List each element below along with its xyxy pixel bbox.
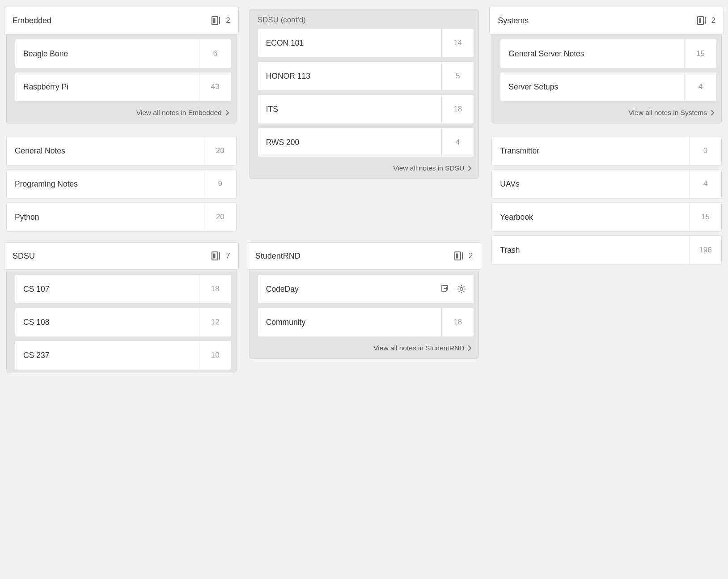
notebook-name: CS 107: [15, 275, 199, 303]
notebook-stack: StudentRND2CodeDayCommunity18View all no…: [249, 244, 479, 359]
notebook-stack-icon: [697, 16, 707, 25]
notebook-stack: Systems2General Server Notes15Server Set…: [491, 9, 722, 123]
stack-header: SDSU (cont'd): [250, 9, 479, 28]
column: Systems2General Server Notes15Server Set…: [491, 9, 722, 265]
view-all-link[interactable]: View all notes in Systems: [629, 109, 715, 117]
stack-title: StudentRND: [255, 251, 454, 261]
stack-count-wrap: 2: [454, 251, 473, 260]
notebook-name: Transmitter: [492, 136, 689, 165]
stack-footer: View all notes in Embedded: [7, 104, 236, 123]
gear-icon[interactable]: [457, 284, 466, 294]
view-all-label: View all notes in Embedded: [136, 109, 222, 117]
notebook-row[interactable]: CS 10718: [15, 274, 232, 304]
notebook-row[interactable]: Python20: [6, 202, 237, 232]
notebook-row[interactable]: HONOR 1135: [258, 61, 474, 91]
notebook-row[interactable]: Trash196: [491, 235, 722, 265]
stack-header[interactable]: Embedded2: [4, 7, 239, 34]
chevron-right-icon: [468, 165, 472, 171]
share-icon[interactable]: [440, 284, 450, 294]
notebook-name: HONOR 113: [258, 62, 442, 90]
notebook-row[interactable]: Beagle Bone6: [15, 39, 232, 68]
notebook-count: 10: [199, 341, 231, 370]
notebook-row[interactable]: Server Setups4: [500, 72, 717, 102]
notebook-name: General Notes: [7, 136, 204, 165]
stack-header[interactable]: SDSU7: [4, 242, 239, 270]
notebook-count: 15: [689, 203, 721, 231]
notebook-name: ECON 101: [258, 29, 442, 57]
notebook-count: 43: [199, 72, 231, 101]
notebook-stack-continued: SDSU (cont'd)ECON 10114HONOR 1135ITS18RW…: [249, 9, 479, 179]
view-all-label: View all notes in SDSU: [393, 164, 464, 172]
notebook-count: 9: [204, 170, 236, 198]
stack-body: CS 10718CS 10812CS 23710: [7, 274, 236, 373]
notebook-name: Raspberry Pi: [15, 72, 199, 101]
notebook-stack-icon: [212, 16, 221, 25]
view-all-label: View all notes in Systems: [629, 109, 707, 117]
spacer: [249, 192, 479, 232]
stack-body: CodeDayCommunity18: [250, 274, 479, 340]
notebook-count: 5: [441, 62, 474, 90]
view-all-link[interactable]: View all notes in Embedded: [136, 109, 230, 117]
notebook-count: 4: [441, 128, 474, 157]
column: Embedded2Beagle Bone6Raspberry Pi43View …: [6, 9, 237, 373]
notebook-name: CodeDay: [258, 275, 434, 303]
notebook-row[interactable]: Transmitter0: [491, 136, 722, 166]
notebook-name: Community: [258, 308, 442, 336]
stack-header[interactable]: Systems2: [489, 7, 724, 34]
view-all-link[interactable]: View all notes in SDSU: [393, 164, 472, 172]
svg-rect-5: [219, 252, 220, 260]
notebook-name: CS 108: [15, 308, 199, 336]
notebook-name: ITS: [258, 95, 442, 123]
notebook-row[interactable]: CodeDay: [258, 274, 474, 304]
notebook-count: 6: [199, 39, 231, 68]
view-all-link[interactable]: View all notes in StudentRND: [373, 344, 472, 352]
notebook-name: CS 237: [15, 341, 199, 370]
notebook-row[interactable]: ECON 10114: [258, 28, 474, 58]
svg-rect-11: [705, 17, 706, 24]
stack-header[interactable]: StudentRND2: [247, 242, 482, 270]
svg-rect-7: [456, 254, 458, 259]
stack-title: Embedded: [13, 16, 212, 26]
stack-footer: View all notes in Systems: [492, 104, 721, 123]
notebook-count: 20: [204, 136, 236, 165]
notebook-row[interactable]: Programing Notes9: [6, 169, 237, 199]
notebook-name: General Server Notes: [500, 39, 684, 68]
notebook-count: 18: [441, 308, 474, 336]
notebook-count: 14: [441, 29, 474, 57]
notebook-name: Trash: [492, 236, 689, 264]
svg-rect-10: [699, 18, 701, 23]
notebook-row[interactable]: Raspberry Pi43: [15, 72, 232, 102]
notebook-name: UAVs: [492, 170, 689, 198]
notebook-row[interactable]: RWS 2004: [258, 128, 474, 157]
notebook-count: 18: [199, 275, 231, 303]
notebook-row[interactable]: General Notes20: [6, 136, 237, 166]
column: SDSU (cont'd)ECON 10114HONOR 1135ITS18RW…: [249, 9, 479, 359]
notebook-stack: SDSU7CS 10718CS 10812CS 23710: [6, 244, 237, 373]
notebook-count: 4: [689, 170, 721, 198]
notebook-row[interactable]: Yearbook15: [491, 202, 722, 232]
notebook-count: 15: [684, 39, 716, 68]
notebook-columns: Embedded2Beagle Bone6Raspberry Pi43View …: [6, 9, 722, 373]
notebook-count: 18: [441, 95, 474, 123]
notebook-row[interactable]: UAVs4: [491, 169, 722, 199]
stack-body: Beagle Bone6Raspberry Pi43: [7, 39, 236, 104]
stack-body: General Server Notes15Server Setups4: [492, 39, 721, 104]
notebook-flat-group: General Notes20Programing Notes9Python20: [6, 136, 237, 232]
notebook-name: RWS 200: [258, 128, 442, 157]
stack-count-wrap: 2: [697, 16, 715, 25]
chevron-right-icon: [711, 110, 715, 116]
chevron-right-icon: [468, 345, 472, 351]
stack-title: SDSU: [13, 251, 212, 261]
stack-count-wrap: 7: [212, 251, 230, 260]
notebook-row[interactable]: ITS18: [258, 94, 474, 124]
stack-footer: View all notes in SDSU: [250, 160, 479, 179]
svg-rect-1: [213, 18, 216, 23]
stack-count: 2: [469, 251, 473, 260]
notebook-row[interactable]: Community18: [258, 307, 474, 337]
notebook-row[interactable]: General Server Notes15: [500, 39, 717, 68]
view-all-label: View all notes in StudentRND: [373, 344, 464, 352]
stack-title: SDSU (cont'd): [258, 16, 306, 25]
notebook-row[interactable]: CS 10812: [15, 307, 232, 337]
notebook-count: 4: [684, 72, 716, 101]
notebook-row[interactable]: CS 23710: [15, 341, 232, 370]
